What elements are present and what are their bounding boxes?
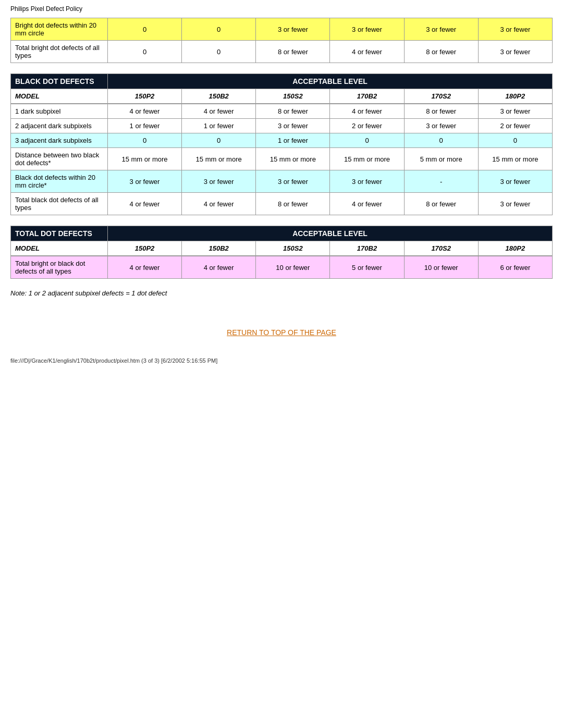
table-cell: 3 or fewer	[330, 18, 404, 41]
table-cell: 3 or fewer	[256, 170, 330, 193]
table-cell: 4 or fewer	[107, 256, 181, 279]
table-cell: 4 or fewer	[182, 193, 256, 215]
row-label: Bright dot defects within 20 mm circle	[11, 18, 108, 41]
black-dot-table: BLACK DOT DEFECTSACCEPTABLE LEVELMODEL15…	[10, 73, 553, 215]
row-label: Distance between two black dot defects*	[11, 148, 108, 170]
table-cell: 4 or fewer	[107, 104, 181, 119]
table-cell: 1 or fewer	[256, 133, 330, 148]
row-label: Total bright or black dot defects of all…	[11, 256, 108, 279]
table-cell: 4 or fewer	[182, 256, 256, 279]
table-cell: 6 or fewer	[478, 256, 552, 279]
row-label: 3 adjacent dark subpixels	[11, 133, 108, 148]
table-cell: 15 mm or more	[478, 148, 552, 170]
acceptable-level-header: ACCEPTABLE LEVEL	[107, 226, 552, 241]
table-cell: 3 or fewer	[256, 119, 330, 133]
table-cell: 8 or fewer	[256, 41, 330, 63]
table-cell: 2 or fewer	[330, 119, 404, 133]
table-cell: -	[404, 170, 478, 193]
model-name: 170S2	[404, 241, 478, 256]
table-cell: 4 or fewer	[107, 193, 181, 215]
model-label: MODEL	[11, 241, 108, 256]
table-cell: 1 or fewer	[107, 119, 181, 133]
table-cell: 4 or fewer	[182, 104, 256, 119]
table-cell: 0	[478, 133, 552, 148]
note-text: Note: 1 or 2 adjacent subpixel defects =…	[10, 289, 553, 297]
table-cell: 4 or fewer	[330, 104, 404, 119]
table-cell: 8 or fewer	[404, 104, 478, 119]
table-cell: 0	[330, 133, 404, 148]
table-cell: 3 or fewer	[478, 18, 552, 41]
row-label: 1 dark subpixel	[11, 104, 108, 119]
section-header: BLACK DOT DEFECTS	[11, 74, 108, 89]
table-cell: 3 or fewer	[404, 119, 478, 133]
total-dot-table: TOTAL DOT DEFECTSACCEPTABLE LEVELMODEL15…	[10, 226, 553, 279]
table-cell: 8 or fewer	[404, 41, 478, 63]
row-label: Black dot defects within 20 mm circle*	[11, 170, 108, 193]
table-cell: 10 or fewer	[404, 256, 478, 279]
table-cell: 15 mm or more	[330, 148, 404, 170]
table-cell: 4 or fewer	[330, 41, 404, 63]
model-label: MODEL	[11, 89, 108, 104]
table-cell: 0	[182, 41, 256, 63]
acceptable-level-header: ACCEPTABLE LEVEL	[107, 74, 552, 89]
row-label: Total black dot defects of all types	[11, 193, 108, 215]
table-cell: 0	[182, 133, 256, 148]
section-header: TOTAL DOT DEFECTS	[11, 226, 108, 241]
table-cell: 3 or fewer	[478, 41, 552, 63]
table-cell: 5 or fewer	[330, 256, 404, 279]
page-title: Philips Pixel Defect Policy	[10, 5, 553, 13]
table-cell: 2 or fewer	[478, 119, 552, 133]
model-name: 150B2	[182, 241, 256, 256]
model-name: 170B2	[330, 89, 404, 104]
model-name: 150S2	[256, 241, 330, 256]
table-cell: 3 or fewer	[404, 18, 478, 41]
table-cell: 3 or fewer	[478, 193, 552, 215]
table-cell: 3 or fewer	[107, 170, 181, 193]
model-name: 150S2	[256, 89, 330, 104]
table-cell: 0	[107, 133, 181, 148]
table-cell: 0	[404, 133, 478, 148]
table-cell: 15 mm or more	[182, 148, 256, 170]
model-name: 170S2	[404, 89, 478, 104]
return-link-container: RETURN TO TOP OF THE PAGE	[10, 328, 553, 337]
table-cell: 0	[107, 18, 181, 41]
table-cell: 3 or fewer	[478, 104, 552, 119]
model-name: 150B2	[182, 89, 256, 104]
row-label: 2 adjacent dark subpixels	[11, 119, 108, 133]
table-cell: 4 or fewer	[330, 193, 404, 215]
table-cell: 3 or fewer	[256, 18, 330, 41]
table-cell: 15 mm or more	[256, 148, 330, 170]
table-cell: 8 or fewer	[256, 104, 330, 119]
table-cell: 0	[107, 41, 181, 63]
table-cell: 10 or fewer	[256, 256, 330, 279]
table-cell: 15 mm or more	[107, 148, 181, 170]
model-name: 180P2	[478, 89, 552, 104]
table-cell: 5 mm or more	[404, 148, 478, 170]
footer-text: file:///D|/Grace/K1/english/170b2t/produ…	[10, 357, 553, 364]
table-cell: 3 or fewer	[182, 170, 256, 193]
table-cell: 3 or fewer	[478, 170, 552, 193]
model-name: 150P2	[107, 89, 181, 104]
model-name: 180P2	[478, 241, 552, 256]
bright-dot-table: Bright dot defects within 20 mm circle00…	[10, 18, 553, 63]
table-cell: 1 or fewer	[182, 119, 256, 133]
table-cell: 3 or fewer	[330, 170, 404, 193]
model-name: 170B2	[330, 241, 404, 256]
table-cell: 8 or fewer	[256, 193, 330, 215]
row-label: Total bright dot defects of all types	[11, 41, 108, 63]
return-to-top-link[interactable]: RETURN TO TOP OF THE PAGE	[227, 328, 336, 337]
table-cell: 8 or fewer	[404, 193, 478, 215]
table-cell: 0	[182, 18, 256, 41]
model-name: 150P2	[107, 241, 181, 256]
